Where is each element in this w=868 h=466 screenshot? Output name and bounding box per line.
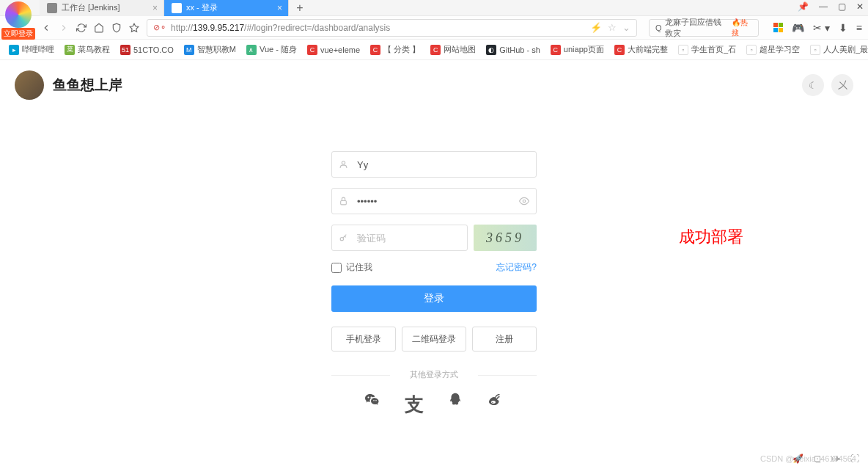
other-login-section: 其他登录方式 支: [331, 369, 537, 418]
bookmark-star-icon[interactable]: ☆: [608, 22, 617, 33]
page-header: 鱼鱼想上岸 ☾ 㐅: [0, 60, 868, 110]
reload-icon[interactable]: [76, 23, 87, 33]
captcha-field: [331, 225, 468, 251]
shield-icon[interactable]: [111, 23, 122, 33]
bookmark-item[interactable]: Cuniapp页面: [548, 43, 607, 57]
social-icons: 支: [331, 392, 537, 418]
captcha-input[interactable]: [331, 225, 468, 251]
tab-login[interactable]: xx - 登录 ×: [164, 0, 289, 16]
lock-icon: ⊘⚬: [153, 23, 166, 32]
scissors-icon[interactable]: ✂ ▾: [813, 22, 830, 34]
bookmark-item[interactable]: ◐GitHub - sh: [483, 43, 543, 57]
star-icon[interactable]: [129, 23, 139, 33]
tab-favicon-icon: [172, 3, 182, 13]
bookmark-item[interactable]: ▸哔哩哔哩: [6, 43, 57, 57]
chevron-down-icon[interactable]: ⌄: [622, 22, 630, 33]
remember-checkbox[interactable]: [331, 263, 342, 273]
bookmark-item[interactable]: 5151CTO.CО: [117, 43, 177, 57]
download-icon[interactable]: ⬇: [839, 22, 847, 34]
tab-bar: 工作台 [Jenkins] × xx - 登录 × + 📌 — ▢ ✕: [0, 0, 868, 16]
avatar: [15, 70, 44, 100]
bookmarks-bar: ▸哔哩哔哩 菜菜鸟教程 5151CTO.CО M智慧职教M ∧Vue - 随身 …: [0, 40, 868, 60]
user-icon: [339, 160, 348, 170]
bookmark-item[interactable]: Cvue+eleme: [304, 43, 363, 57]
svg-point-1: [342, 161, 345, 164]
svg-rect-2: [341, 200, 347, 204]
moon-icon: ☾: [809, 80, 817, 91]
bookmark-item[interactable]: C【 分类 】: [367, 43, 423, 57]
username-field: [331, 151, 537, 178]
login-panel: 3659 记住我 忘记密码? 登录 手机登录 二维码登录 注册 其他登录方式 支: [331, 151, 537, 418]
site-brand[interactable]: 鱼鱼想上岸: [15, 70, 122, 100]
monitor-icon[interactable]: ⊡: [814, 454, 821, 464]
success-annotation: 成功部署: [679, 226, 743, 248]
bookmark-item[interactable]: C网站地图: [427, 43, 479, 57]
forgot-password-link[interactable]: 忘记密码?: [496, 261, 537, 274]
key-icon: [339, 233, 348, 243]
login-badge[interactable]: 立即登录: [1, 28, 35, 40]
other-login-divider: 其他登录方式: [331, 369, 537, 380]
svg-marker-0: [130, 23, 139, 32]
bookmark-item[interactable]: ∧Vue - 随身: [243, 43, 300, 57]
url-bar[interactable]: ⊘⚬ http://139.9.95.217/#/login?redirect=…: [147, 19, 637, 37]
search-box[interactable]: Q 龙麻子回应借钱救灾 🔥热搜: [649, 19, 759, 37]
lock-icon: [339, 197, 348, 206]
page-title: 鱼鱼想上岸: [53, 76, 122, 95]
password-input[interactable]: [331, 188, 537, 214]
bookmark-item[interactable]: ▫学生首页_石: [675, 43, 739, 57]
captcha-row: 3659: [331, 225, 537, 251]
password-field: [331, 188, 537, 214]
tab-jenkins[interactable]: 工作台 [Jenkins] ×: [40, 0, 164, 16]
tab-title: 工作台 [Jenkins]: [62, 2, 119, 13]
close-icon[interactable]: ×: [277, 3, 282, 13]
wechat-icon[interactable]: [364, 392, 381, 418]
home-icon[interactable]: [94, 23, 104, 33]
hot-badge: 🔥热搜: [732, 18, 752, 38]
translate-icon: 㐅: [838, 79, 847, 92]
weibo-icon[interactable]: [487, 392, 504, 418]
login-button[interactable]: 登录: [331, 285, 537, 312]
maximize-icon[interactable]: ▢: [838, 1, 846, 12]
speaker-icon[interactable]: 🕪: [831, 454, 840, 464]
search-icon: Q: [655, 23, 662, 32]
theme-toggle-button[interactable]: ☾: [802, 74, 824, 96]
statusbar: 🚀 ⊡ 🕪 ⛶: [0, 451, 868, 466]
close-window-icon[interactable]: ✕: [856, 1, 864, 12]
qr-login-button[interactable]: 二维码登录: [402, 327, 466, 352]
captcha-image[interactable]: 3659: [474, 225, 537, 251]
bookmark-item[interactable]: 菜菜鸟教程: [62, 43, 113, 57]
expand-icon[interactable]: ⛶: [850, 454, 859, 464]
eye-icon[interactable]: [519, 196, 529, 206]
window-controls: 📌 — ▢ ✕: [798, 1, 864, 12]
tab-favicon-icon: [47, 3, 57, 13]
username-input[interactable]: [331, 151, 537, 178]
forward-icon[interactable]: [59, 23, 69, 33]
url-text: http://139.9.95.217/#/login?redirect=/da…: [171, 23, 590, 33]
lightning-icon[interactable]: ⚡: [590, 22, 602, 33]
remember-row: 记住我 忘记密码?: [331, 261, 537, 274]
alipay-icon[interactable]: 支: [405, 392, 424, 418]
menu-icon[interactable]: ≡: [856, 22, 862, 34]
bookmark-item[interactable]: M智慧职教M: [181, 43, 239, 57]
remember-checkbox-label[interactable]: 记住我: [331, 261, 372, 274]
rocket-icon[interactable]: 🚀: [792, 454, 803, 464]
tab-title: xx - 登录: [186, 2, 218, 13]
navbar: ⊘⚬ http://139.9.95.217/#/login?redirect=…: [0, 16, 868, 40]
alt-login-buttons: 手机登录 二维码登录 注册: [331, 327, 537, 352]
minimize-icon[interactable]: —: [819, 1, 828, 12]
language-button[interactable]: 㐅: [831, 74, 853, 96]
search-placeholder: 龙麻子回应借钱救灾: [665, 17, 729, 39]
back-icon[interactable]: [41, 23, 51, 33]
svg-point-3: [523, 200, 526, 203]
gamepad-icon[interactable]: 🎮: [792, 22, 804, 34]
register-button[interactable]: 注册: [472, 327, 537, 352]
bookmark-item[interactable]: ▫超星学习空: [743, 43, 803, 57]
close-icon[interactable]: ×: [152, 3, 158, 13]
bookmark-item[interactable]: ▫人人美剧_最: [807, 43, 868, 57]
pin-icon[interactable]: 📌: [798, 1, 809, 12]
phone-login-button[interactable]: 手机登录: [331, 327, 396, 352]
qq-icon[interactable]: [447, 392, 463, 418]
new-tab-button[interactable]: +: [289, 0, 311, 16]
microsoft-icon[interactable]: [773, 23, 783, 32]
bookmark-item[interactable]: C大前端完整: [611, 43, 671, 57]
